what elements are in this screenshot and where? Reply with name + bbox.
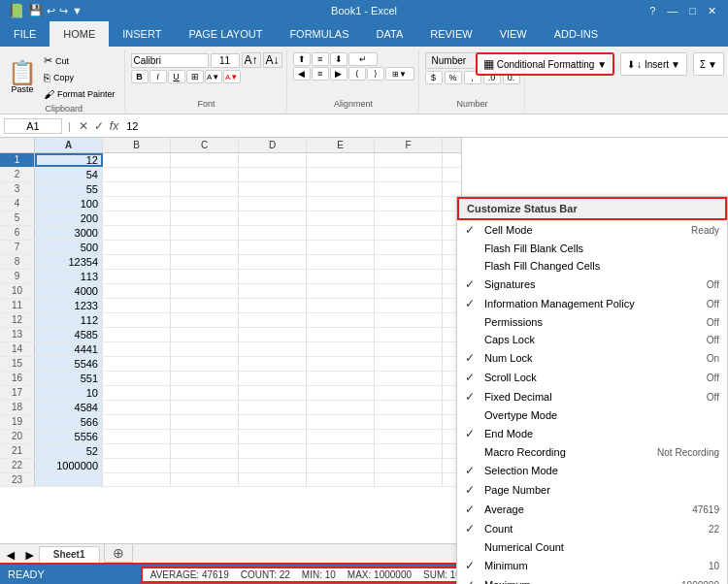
cell-f15[interactable]	[375, 357, 443, 371]
cell-c15[interactable]	[171, 357, 239, 371]
cell-c2[interactable]	[171, 168, 239, 181]
cell-e12[interactable]	[307, 313, 375, 327]
cell-b8[interactable]	[103, 255, 171, 269]
tab-addins[interactable]: ADD-INS	[541, 21, 612, 47]
cell-c22[interactable]	[171, 459, 239, 472]
decrease-font-btn[interactable]: A↓	[263, 52, 282, 68]
cell-d20[interactable]	[239, 430, 307, 443]
cell-d11[interactable]	[239, 299, 307, 312]
conditional-formatting-button[interactable]: ▦ Conditional Formatting ▼	[476, 52, 615, 76]
wrap-text-btn[interactable]: ↵	[348, 52, 378, 66]
cell-f17[interactable]	[375, 386, 443, 400]
copy-button[interactable]: ⎘Copy	[39, 70, 120, 85]
align-right-btn[interactable]: ▶	[330, 67, 347, 81]
cell-e3[interactable]	[307, 182, 375, 196]
cell-d17[interactable]	[239, 386, 307, 400]
cell-b17[interactable]	[103, 386, 171, 400]
cell-c16[interactable]	[171, 372, 239, 385]
col-header-f[interactable]: F	[375, 138, 443, 152]
cell-e4[interactable]	[307, 197, 375, 211]
cell-a7[interactable]: 500	[35, 241, 103, 254]
cell-e15[interactable]	[307, 357, 375, 371]
cell-b10[interactable]	[103, 284, 171, 298]
cell-e17[interactable]	[307, 386, 375, 400]
cell-b14[interactable]	[103, 342, 171, 356]
tab-home[interactable]: HOME	[50, 21, 109, 47]
cell-c17[interactable]	[171, 386, 239, 400]
cell-d21[interactable]	[239, 444, 307, 458]
tab-review[interactable]: REVIEW	[416, 21, 485, 47]
cell-d9[interactable]	[239, 270, 307, 283]
underline-btn[interactable]: U	[168, 70, 185, 83]
cell-b3[interactable]	[103, 182, 171, 196]
restore-btn[interactable]: □	[685, 5, 700, 17]
cell-b5[interactable]	[103, 211, 171, 225]
col-header-c[interactable]: C	[171, 138, 239, 152]
menu-item[interactable]: Flash Fill Blank Cells	[457, 240, 727, 257]
align-middle-btn[interactable]: ≡	[312, 52, 329, 66]
cell-f9[interactable]	[375, 270, 443, 283]
menu-item[interactable]: ✓End Mode	[457, 424, 727, 443]
menu-item[interactable]: ✓Count22	[457, 519, 727, 538]
cell-b11[interactable]	[103, 299, 171, 312]
cell-e9[interactable]	[307, 270, 375, 283]
cell-c7[interactable]	[171, 241, 239, 254]
cell-e23[interactable]	[307, 473, 375, 486]
cell-f7[interactable]	[375, 241, 443, 254]
cell-d7[interactable]	[239, 241, 307, 254]
cell-c18[interactable]	[171, 401, 239, 414]
align-bottom-btn[interactable]: ⬇	[330, 52, 347, 66]
cell-a3[interactable]: 55	[35, 182, 103, 196]
cell-a5[interactable]: 200	[35, 211, 103, 225]
add-sheet-button[interactable]: ⊕	[104, 543, 133, 563]
cell-c1[interactable]	[171, 153, 239, 167]
bold-btn[interactable]: B	[131, 70, 149, 83]
cell-e22[interactable]	[307, 459, 375, 472]
col-header-e[interactable]: E	[307, 138, 375, 152]
cell-c20[interactable]	[171, 430, 239, 443]
cell-e14[interactable]	[307, 342, 375, 356]
tab-data[interactable]: DATA	[363, 21, 417, 47]
cell-a22[interactable]: 1000000	[35, 459, 103, 472]
cell-f8[interactable]	[375, 255, 443, 269]
cell-c12[interactable]	[171, 313, 239, 327]
cell-d13[interactable]	[239, 328, 307, 341]
cell-c8[interactable]	[171, 255, 239, 269]
cell-c21[interactable]	[171, 444, 239, 458]
cell-a19[interactable]: 566	[35, 415, 103, 429]
cell-e8[interactable]	[307, 255, 375, 269]
cell-e7[interactable]	[307, 241, 375, 254]
tab-view[interactable]: VIEW	[486, 21, 541, 47]
cell-a15[interactable]: 5546	[35, 357, 103, 371]
cell-g2[interactable]	[443, 168, 462, 181]
customize-btn[interactable]: ▼	[72, 5, 83, 16]
cell-e6[interactable]	[307, 226, 375, 240]
cell-c23[interactable]	[171, 473, 239, 486]
cell-a6[interactable]: 3000	[35, 226, 103, 240]
font-name-input[interactable]	[131, 53, 209, 68]
cell-a13[interactable]: 4585	[35, 328, 103, 341]
cell-a4[interactable]: 100	[35, 197, 103, 211]
cell-a9[interactable]: 113	[35, 270, 103, 283]
cell-f21[interactable]	[375, 444, 443, 458]
cell-c14[interactable]	[171, 342, 239, 356]
cell-b20[interactable]	[103, 430, 171, 443]
fill-color-btn[interactable]: A▼	[205, 70, 222, 83]
cell-e19[interactable]	[307, 415, 375, 429]
currency-btn[interactable]: $	[425, 71, 443, 84]
cell-a16[interactable]: 551	[35, 372, 103, 385]
menu-item[interactable]: ✓Scroll LockOff	[457, 368, 727, 387]
cell-c10[interactable]	[171, 284, 239, 298]
menu-item[interactable]: Overtype Mode	[457, 406, 727, 424]
cell-d6[interactable]	[239, 226, 307, 240]
cell-a18[interactable]: 4584	[35, 401, 103, 414]
cell-d5[interactable]	[239, 211, 307, 225]
indent-right-btn[interactable]: ⟩	[367, 67, 384, 81]
cell-d23[interactable]	[239, 473, 307, 486]
cell-f11[interactable]	[375, 299, 443, 312]
tab-file[interactable]: FILE	[0, 21, 50, 47]
minimize-btn[interactable]: —	[663, 5, 681, 17]
menu-item[interactable]: ✓Information Management PolicyOff	[457, 294, 727, 313]
cell-e2[interactable]	[307, 168, 375, 181]
formula-input[interactable]	[122, 120, 724, 132]
